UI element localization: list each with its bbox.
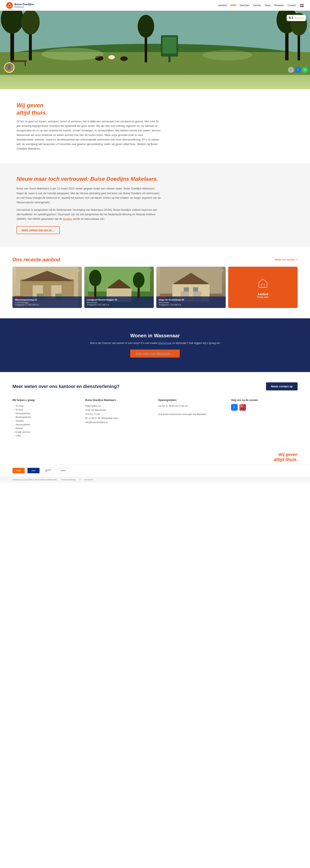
meer-weten-section: Meer weten over ons kantoor en dienstver…	[0, 372, 310, 448]
svg-rect-47	[193, 287, 198, 291]
list-item[interactable]: Verkoopadvies	[12, 411, 79, 415]
hero-socials: G f ✆	[288, 67, 308, 73]
wassenaar-btn[interactable]: Lees meer over Wassenaar →	[130, 349, 180, 358]
svg-point-23	[41, 48, 103, 60]
card3-title: Hugo de Grootstraat 20	[159, 299, 223, 301]
taxaties-link[interactable]: taxaties	[63, 217, 72, 220]
svg-point-37	[133, 272, 145, 288]
meer-weten-header: Meer weten over ons kantoor en dienstver…	[12, 382, 298, 391]
footer-col3-heading: Openingstijden:	[158, 399, 225, 402]
list-item[interactable]: Verhuuradvies	[12, 423, 79, 426]
nav-kennis[interactable]: Kennis	[253, 3, 261, 8]
navbar: Buise Doedijns Makelaars Aanbod NVM Dien…	[0, 0, 310, 11]
svg-rect-48	[261, 284, 265, 287]
svg-point-0	[9, 3, 10, 4]
card1-title: Wassenaarseweg 12	[15, 299, 80, 301]
bekijk-icon	[257, 277, 269, 291]
wassenaar-section: Wonen in Wassenaar Wat is de charme van …	[0, 318, 310, 372]
lang-flag[interactable]: 🇳🇱	[300, 3, 304, 7]
meer-weten-heading: Meer weten over ons kantoor en dienstver…	[12, 384, 120, 389]
nav-nvm[interactable]: NVM	[230, 3, 236, 8]
bekijk-label: Aanbod	[257, 292, 268, 296]
list-item[interactable]: Te huur	[12, 408, 79, 411]
list-item[interactable]: Te koop	[12, 404, 79, 408]
card1-arrow: ↗	[77, 269, 80, 273]
aanbod-card-3[interactable]: NIEUW Hugo de Grootstraat 20 Wassenaar V…	[156, 267, 226, 308]
card2-subtitle: Wassenaar	[87, 301, 151, 304]
disclaimer-link[interactable]: Disclaimer	[84, 478, 93, 481]
hero-avatar: 👤	[4, 62, 14, 73]
social-whatsapp[interactable]: ✆	[302, 67, 308, 73]
aanbod-card-1[interactable]: NIEUW Wassenaarseweg 12 's-Gravenhage Vr…	[12, 267, 82, 308]
privacy-link[interactable]: Privacyverklaring	[61, 478, 75, 481]
list-item[interactable]: Taxaties	[12, 419, 79, 423]
footer-col4-heading: Volg ons op de socials:	[231, 399, 298, 402]
svg-point-13	[137, 15, 154, 38]
svg-rect-16	[168, 56, 170, 62]
card3-price: Vraagprijs € 725.000 k.k.	[159, 304, 223, 306]
trusted-section: Nieuw maar toch vertrouwd: Buise Doedijn…	[0, 163, 310, 246]
footer-col-hours: Openingstijden: ma t/m vr: 08:45 tot 17:…	[158, 399, 225, 437]
aanbod-grid: NIEUW Wassenaarseweg 12 's-Gravenhage Vr…	[12, 267, 298, 308]
funda-logo[interactable]: funda	[12, 468, 25, 473]
footer-grid: Wij helpen u graag: Te koop Te huur Verk…	[12, 399, 298, 437]
neem-contact-btn[interactable]: Neem contact op	[266, 382, 298, 391]
tagline-bottom: Wij geven altijd thuis.	[0, 448, 310, 464]
rating-score: 9.3	[289, 16, 293, 20]
footer-instagram[interactable]: 📷	[239, 404, 246, 411]
aanbod-all-link[interactable]: Bekijk ons aanbod ↗	[275, 258, 298, 261]
svg-rect-15	[163, 37, 176, 54]
svg-point-22	[120, 56, 128, 61]
nwwi-logo: NWWI	[57, 468, 69, 473]
powered-by: Powered by Saas & Roos. Alle rechten voo…	[12, 478, 57, 481]
svg-point-24	[203, 50, 252, 60]
nvm-logo: NVM	[27, 468, 40, 473]
social-facebook[interactable]: f	[295, 67, 301, 73]
trusted-p2: Het kantoor is aangesloten bij de Nederl…	[17, 208, 161, 221]
we-give-body: Of het nu gaat om kopen, verkopen, huren…	[17, 119, 161, 151]
footer-col-contact: Buise Doedijns Makelaars: Makersplein 1a…	[85, 399, 152, 437]
footer-socials: f 📷	[231, 404, 298, 411]
card1-info: Wassenaarseweg 12 's-Gravenhage Vraagpri…	[12, 297, 82, 308]
nav-diensten[interactable]: Diensten	[240, 3, 249, 8]
svg-point-21	[108, 55, 115, 59]
aanbod-card-2[interactable]: NIEUW Landgoed Backershagen 19 Wassenaar…	[84, 267, 154, 308]
footer-col1-heading: Wij helpen u graag:	[12, 399, 79, 402]
we-give-section: Wij geven altijd thuis. Of het nu gaat o…	[0, 89, 310, 163]
wassenaar-heading: Wonen in Wassenaar	[12, 333, 298, 339]
nav-team[interactable]: Team	[265, 3, 271, 8]
card2-arrow: ↗	[149, 269, 152, 273]
list-item[interactable]: Links	[12, 434, 79, 437]
list-item[interactable]: Beheer	[12, 426, 79, 430]
logo-brand: Buise Doedijns	[14, 3, 34, 6]
card1-price: Vraagprijs € 2.550.000 k.k.	[15, 304, 80, 306]
bekijk-card[interactable]: Aanbod Bekijk alles	[228, 267, 298, 308]
nav-contact[interactable]: Contact	[287, 3, 296, 8]
trusted-heading: Nieuw maar toch vertrouwd: Buise Doedijn…	[17, 176, 161, 182]
card2-price: Vraagprijs € 927.500 k.k.	[87, 304, 151, 306]
contact-ons-btn[interactable]: Neem contact met ons op →	[17, 226, 60, 234]
bottom-footer: Powered by Saas & Roos. Alle rechten voo…	[0, 476, 310, 483]
list-item[interactable]: Aankoopadvies	[12, 415, 79, 419]
rating-stars: ★★★★★	[294, 17, 304, 19]
footer-col-social: Volg ons op de socials: f 📷	[231, 399, 298, 437]
nav-aanbod[interactable]: Aanbod	[218, 3, 227, 8]
list-item[interactable]: Expat services	[12, 430, 79, 434]
logo-icon	[6, 2, 13, 9]
logo[interactable]: Buise Doedijns Makelaars	[6, 2, 34, 9]
footer-logos: funda NVM vastgoedpro NWWI	[0, 464, 310, 476]
footer-col2-address: Makersplein 1a 2242 HV Wassenaar 070 511…	[85, 404, 152, 425]
svg-rect-19	[25, 62, 26, 66]
svg-point-7	[21, 11, 40, 34]
hero-background	[0, 11, 310, 89]
wassenaar-link[interactable]: Wassenaar	[158, 341, 171, 345]
card3-arrow: ↗	[221, 269, 224, 273]
trusted-p1: Buise van Soest Makelaars is per 31 maar…	[17, 186, 161, 205]
footer-facebook[interactable]: f	[231, 404, 238, 411]
footer-col-help: Wij helpen u graag: Te koop Te huur Verk…	[12, 399, 79, 437]
hero-section: 9.3 ★★★★★ 👤 G f ✆ Bekijk ons aanbod → Ga…	[0, 11, 310, 89]
card3-info: Hugo de Grootstraat 20 Wassenaar Vraagpr…	[156, 297, 226, 308]
card1-subtitle: 's-Gravenhage	[15, 301, 80, 304]
nav-reviews[interactable]: Reviews	[274, 3, 283, 8]
social-google[interactable]: G	[288, 67, 294, 73]
